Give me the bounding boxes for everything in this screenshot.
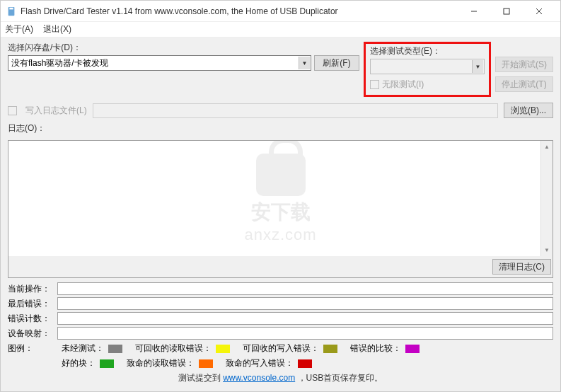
swatch-fatal-read: [199, 359, 213, 368]
clear-log-button[interactable]: 清理日志(C): [492, 259, 551, 275]
stop-test-button[interactable]: 停止测试(T): [495, 76, 553, 92]
app-icon: [6, 6, 16, 16]
window-controls: [458, 1, 555, 21]
current-op-label: 当前操作：: [8, 283, 57, 295]
minimize-button[interactable]: [458, 1, 490, 21]
error-count-label: 错误计数：: [8, 313, 57, 325]
test-type-label: 选择测试类型(E)：: [370, 45, 485, 57]
log-scrollbar[interactable]: ▲ ▼: [540, 141, 553, 256]
menu-about[interactable]: 关于(A): [5, 23, 33, 35]
device-map-label: 设备映射：: [8, 328, 57, 340]
close-button[interactable]: [523, 1, 555, 21]
svg-rect-3: [504, 8, 509, 14]
app-window: Flash Drive/Card Tester v1.14 from www.v…: [0, 0, 561, 392]
svg-rect-1: [9, 7, 13, 9]
legend-label: 图例：: [8, 342, 57, 354]
browse-button[interactable]: 浏览(B)...: [504, 103, 553, 118]
log-file-checkbox[interactable]: [8, 106, 17, 115]
scroll-down-icon[interactable]: ▼: [541, 244, 553, 256]
infinite-test-checkbox[interactable]: [370, 80, 379, 89]
watermark: 安下载 anxz.com: [244, 154, 316, 244]
log-file-label: 写入日志文件(L): [25, 105, 87, 117]
content-area: 选择闪存盘/卡(D)： 没有flash驱动器/卡被发现 ▼ 刷新(F) 选择测试…: [1, 38, 560, 391]
chevron-down-icon: ▼: [299, 57, 310, 69]
select-drive-label: 选择闪存盘/卡(D)：: [8, 42, 359, 54]
chevron-down-icon: ▼: [472, 60, 483, 73]
swatch-compare: [405, 345, 420, 353]
menu-exit[interactable]: 退出(X): [43, 23, 71, 35]
legend: 图例： 未经测试： 可回收的读取错误： 可回收的写入错误： 错误的比较： 好的块…: [8, 342, 553, 369]
infinite-test-label: 无限测试(I): [382, 79, 424, 91]
start-test-button[interactable]: 开始测试(S): [495, 57, 553, 72]
test-type-combo[interactable]: ▼: [370, 59, 485, 74]
swatch-recov-read: [216, 345, 230, 353]
swatch-untested: [108, 345, 122, 353]
drive-combo[interactable]: 没有flash驱动器/卡被发现 ▼: [8, 55, 311, 71]
status-grid: 当前操作： 最后错误： 错误计数： 设备映射：: [8, 282, 553, 340]
window-title: Flash Drive/Card Tester v1.14 from www.v…: [21, 6, 458, 16]
drive-combo-value: 没有flash驱动器/卡被发现: [11, 57, 108, 69]
device-map-field: [57, 327, 553, 340]
test-type-group: 选择测试类型(E)： ▼ 无限测试(I): [364, 42, 491, 97]
refresh-button[interactable]: 刷新(F): [314, 55, 359, 71]
last-error-field: [57, 297, 553, 310]
log-textarea[interactable]: 安下载 anxz.com ▲ ▼: [8, 140, 553, 256]
menubar: 关于(A) 退出(X): [1, 22, 560, 38]
log-label: 日志(O)：: [8, 122, 553, 134]
current-op-field: [57, 282, 553, 295]
swatch-recov-write: [323, 345, 337, 353]
swatch-fatal-write: [298, 359, 312, 368]
last-error-label: 最后错误：: [8, 298, 57, 310]
footer: 测试提交到 www.vconsole.com ，USB首页保存复印。: [8, 369, 553, 386]
log-file-path-input[interactable]: [93, 103, 498, 118]
swatch-good: [100, 359, 114, 368]
maximize-button[interactable]: [490, 1, 522, 21]
error-count-field: [57, 312, 553, 325]
titlebar: Flash Drive/Card Tester v1.14 from www.v…: [1, 1, 560, 22]
footer-link[interactable]: www.vconsole.com: [223, 373, 295, 383]
scroll-up-icon[interactable]: ▲: [541, 141, 553, 153]
